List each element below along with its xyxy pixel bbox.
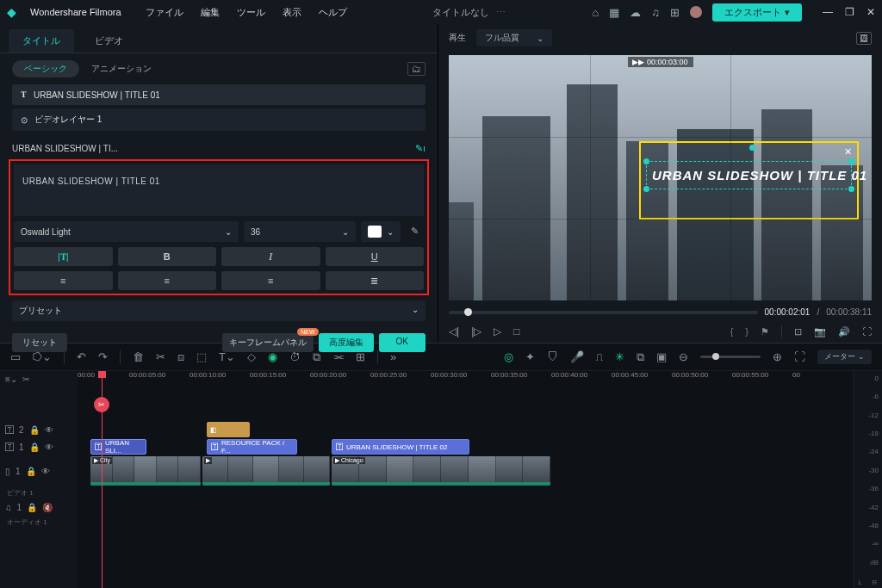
title-bounding-box[interactable]: ✕ URBAN SLIDESHOW | TITLE 01 <box>639 141 859 220</box>
eye-icon[interactable]: 👁 <box>45 443 53 452</box>
minimize-button[interactable]: — <box>823 6 833 18</box>
text-clip-2[interactable]: 🅃RESOURCE PACK / F... <box>207 439 297 455</box>
zoom-slider[interactable] <box>700 356 761 358</box>
marker2-icon[interactable]: ▣ <box>656 350 667 363</box>
lock-icon[interactable]: ≡⌄ <box>5 374 17 384</box>
video-clip-1[interactable]: ▶ City <box>90 456 201 486</box>
cut-icon[interactable]: ✂ <box>22 374 29 384</box>
transition-icon[interactable]: ⧉ <box>313 350 320 364</box>
volume-icon[interactable]: 🔊 <box>838 326 850 337</box>
chain-icon[interactable]: ⫘ <box>332 350 344 363</box>
subtab-animation[interactable]: アニメーション <box>91 60 152 77</box>
marker-icon[interactable]: ⚑ <box>761 326 769 337</box>
snapshot-icon[interactable]: 📷 <box>814 326 826 337</box>
cloud-icon[interactable]: ☁ <box>630 6 641 19</box>
crop2-icon[interactable]: ⬚ <box>196 350 207 363</box>
lock-icon[interactable]: 🔒 <box>27 503 37 512</box>
font-size-select[interactable]: 36⌄ <box>244 221 356 242</box>
lock-icon[interactable]: 🔒 <box>29 425 40 435</box>
eye-icon[interactable]: 👁 <box>45 425 53 435</box>
display-mode-icon[interactable]: ⊡ <box>794 326 802 337</box>
font-color-select[interactable]: ⌄ <box>361 221 401 242</box>
media-icon[interactable]: ▦ <box>609 6 619 19</box>
text-clip-1[interactable]: 🅃URBAN SLI... <box>90 439 146 455</box>
cut-marker[interactable]: ✂ <box>94 397 109 412</box>
export-button[interactable]: エクスポート▾ <box>712 3 802 22</box>
eye-icon[interactable]: 👁 <box>41 467 50 476</box>
layer-item-video[interactable]: ⊙ ビデオレイヤー 1 <box>12 108 425 131</box>
pencil-icon[interactable]: ✎ı <box>415 143 425 154</box>
image-icon[interactable]: 🖼 <box>856 32 872 45</box>
subtab-basic[interactable]: ベーシック <box>12 60 79 77</box>
font-family-select[interactable]: Oswald Light⌄ <box>14 221 239 242</box>
play-button[interactable]: ▷ <box>494 325 501 337</box>
lock-icon[interactable]: 🔒 <box>26 467 36 476</box>
select-tool-icon[interactable]: ⭔⌄ <box>33 350 52 363</box>
cut-icon[interactable]: ✂ <box>156 350 165 363</box>
delete-icon[interactable]: 🗑 <box>133 350 144 363</box>
tab-title[interactable]: タイトル <box>9 29 74 53</box>
mute-icon[interactable]: 🔇 <box>42 503 53 512</box>
layer-item-title[interactable]: 𝐓 URBAN SLIDESHOW | TITLE 01 <box>12 84 425 105</box>
italic-button[interactable]: I <box>221 247 320 266</box>
align-right-button[interactable]: ≡ <box>221 271 320 290</box>
zoom-fit-icon[interactable]: ⛶ <box>794 350 805 363</box>
preset-select[interactable]: プリセット⌄ <box>12 300 425 321</box>
redo-icon[interactable]: ↷ <box>98 350 108 363</box>
speed-icon[interactable]: ⏱ <box>289 350 301 363</box>
prev-frame-button[interactable]: ◁| <box>449 325 459 337</box>
text-tool-icon[interactable]: T⌄ <box>219 350 235 363</box>
shield-icon[interactable]: ⛉ <box>547 350 558 363</box>
tab-video[interactable]: ビデオ <box>81 29 137 53</box>
bookmark-icon[interactable]: 🗂 <box>407 62 425 76</box>
more-icon[interactable]: » <box>390 350 396 363</box>
track-header-video[interactable]: ▯1 🔒 👁 <box>0 455 78 486</box>
char-spacing-button[interactable]: |𝐓| <box>14 247 113 266</box>
track-header-t2[interactable]: 🅃2 🔒 👁 <box>0 421 78 438</box>
ai-icon[interactable]: ◎ <box>504 350 513 363</box>
zoom-out-icon[interactable]: ⊖ <box>679 350 688 363</box>
meter-select[interactable]: メーター ⌄ <box>817 350 872 364</box>
device-icon[interactable]: ⌂ <box>592 6 599 19</box>
track-header-t1[interactable]: 🅃1 🔒 👁 <box>0 438 78 455</box>
keyframe-panel-button[interactable]: キーフレームパネル NEW <box>222 333 314 352</box>
close-icon[interactable]: ✕ <box>844 146 852 158</box>
eyedropper-button[interactable]: ✎ <box>406 221 424 242</box>
avatar-icon[interactable] <box>690 6 702 18</box>
menu-help[interactable]: ヘルプ <box>319 6 347 19</box>
snap-icon[interactable]: ✳ <box>615 350 624 363</box>
close-button[interactable]: ✕ <box>866 6 875 18</box>
mic-icon[interactable]: 🎤 <box>570 350 584 363</box>
quality-select[interactable]: フル品質⌄ <box>476 29 552 46</box>
maximize-button[interactable]: ❐ <box>845 6 854 18</box>
bold-button[interactable]: B <box>118 247 217 266</box>
video-clip-3[interactable]: ▶ Chicago <box>332 456 550 486</box>
menu-tools[interactable]: ツール <box>237 6 265 19</box>
title-text-input[interactable]: URBAN SLIDESHOW | TITLE 01 <box>14 164 424 216</box>
link-icon[interactable]: ⧉ <box>637 350 644 364</box>
preview-tab[interactable]: 再生 <box>449 32 466 44</box>
fx-clip[interactable]: ◧ <box>207 422 250 437</box>
video-preview[interactable]: ▶▶ 00:00:03:00 ✕ URBAN SLIDESHOW | TITLE… <box>449 55 872 300</box>
group-icon[interactable]: ⊞ <box>356 350 365 363</box>
align-justify-button[interactable]: ≣ <box>326 271 425 290</box>
menu-edit[interactable]: 編集 <box>201 6 220 19</box>
headphone-icon[interactable]: ♫ <box>651 6 660 19</box>
lock-icon[interactable]: 🔒 <box>29 443 40 452</box>
align-left-button[interactable]: ≡ <box>14 271 113 290</box>
keyframe-icon[interactable]: ◇ <box>247 350 256 363</box>
mixer-icon[interactable]: ⎍ <box>596 350 603 363</box>
fullscreen-icon[interactable]: ⛶ <box>862 326 872 337</box>
green-effect-icon[interactable]: ◉ <box>268 350 277 363</box>
video-clip-2[interactable]: ▶ <box>202 456 330 486</box>
pointer-tool-icon[interactable]: ▭ <box>10 350 21 363</box>
track-header-audio[interactable]: ♫1 🔒 🔇 <box>0 498 78 516</box>
mark-out-button[interactable]: } <box>745 326 748 337</box>
timeline-tracks[interactable]: 00:00 00:00:05:00 00:00:10:00 00:00:15:0… <box>78 371 853 588</box>
text-clip-3[interactable]: 🅃URBAN SLIDESHOW | TITLE 02 <box>332 439 469 455</box>
mark-in-button[interactable]: { <box>730 326 734 337</box>
stop-button[interactable]: □ <box>513 325 519 337</box>
menu-view[interactable]: 表示 <box>283 6 301 19</box>
scrub-bar[interactable] <box>449 311 758 314</box>
fx1-icon[interactable]: ✦ <box>525 350 535 363</box>
